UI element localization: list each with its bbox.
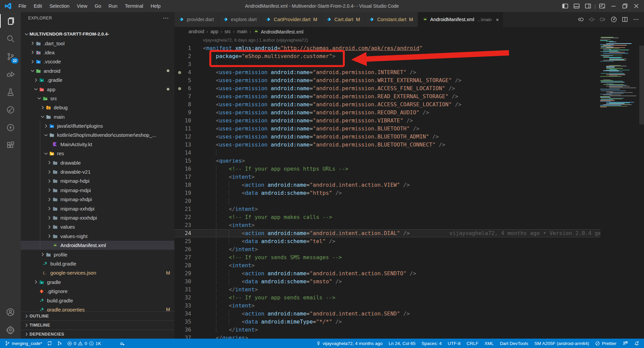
- code-text[interactable]: </queries>: [196, 334, 248, 339]
- tree-item[interactable]: .idea: [21, 48, 174, 57]
- code-text[interactable]: <!-- If your app opens https URLs -->: [196, 165, 348, 173]
- code-line[interactable]: 5 <uses-permission android:name="android…: [174, 76, 600, 84]
- device[interactable]: SM A205F (android-arm64): [534, 341, 589, 346]
- encoding[interactable]: UTF-8: [448, 341, 461, 346]
- menu-view[interactable]: View: [73, 0, 91, 12]
- activity-thunder-client[interactable]: [0, 119, 21, 136]
- layout-panel-button[interactable]: [571, 1, 582, 11]
- menu-run[interactable]: Run: [105, 0, 121, 12]
- code-text[interactable]: [196, 197, 242, 205]
- code-line[interactable]: 34 <action android:name="android.intent.…: [174, 310, 600, 318]
- tree-item[interactable]: mipmap-xxxhdpi: [21, 213, 174, 222]
- current-change-button[interactable]: [588, 16, 595, 23]
- indentation[interactable]: Spaces: 4: [422, 341, 442, 346]
- feedback[interactable]: [623, 341, 628, 346]
- code-text[interactable]: <uses-permission android:name="android.p…: [196, 68, 416, 76]
- code-line[interactable]: 28 <intent>: [174, 262, 600, 270]
- code-line[interactable]: 15 <queries>: [174, 157, 600, 165]
- sync[interactable]: [47, 341, 52, 346]
- menu-file[interactable]: File: [15, 0, 30, 12]
- code-line[interactable]: 12 <uses-permission android:name="androi…: [174, 133, 600, 141]
- git-blame[interactable]: vijayvaghela72, 4 months ago: [316, 341, 383, 346]
- code-text[interactable]: <uses-permission android:name="android.p…: [196, 76, 462, 84]
- tree-item[interactable]: drawable: [21, 158, 174, 167]
- minimize-button[interactable]: [608, 1, 619, 11]
- menu-terminal[interactable]: Terminal: [121, 0, 147, 12]
- notifications[interactable]: [634, 341, 639, 346]
- code-text[interactable]: <uses-permission android:name="android.p…: [196, 93, 458, 101]
- code-text[interactable]: <uses-permission android:name="android.p…: [196, 125, 419, 133]
- code-line[interactable]: 33 <intent>: [174, 302, 600, 310]
- tab-cartprovider.dart[interactable]: CartProvider.dartM: [261, 12, 322, 27]
- code-line[interactable]: 21 </intent>: [174, 205, 600, 213]
- tree-item[interactable]: build.gradle: [21, 296, 174, 305]
- code-text[interactable]: <uses-permission android:name="android.p…: [196, 141, 445, 149]
- code-line[interactable]: 3: [174, 60, 600, 68]
- code-line[interactable]: 6 <uses-permission android:name="android…: [174, 84, 600, 93]
- more-actions-button[interactable]: [633, 16, 639, 23]
- tree-item[interactable]: kotlin\eShop\multivendor\customer\eshop_…: [21, 130, 174, 139]
- section-dependencies[interactable]: DEPENDENCIES: [21, 330, 174, 339]
- tree-root-folder[interactable]: MULTIVENDOR-STARTT-FROM-2.0.4-: [21, 30, 174, 39]
- editor-scrollbar[interactable]: [639, 46, 644, 124]
- tree-item[interactable]: drawable-v21: [21, 167, 174, 176]
- tree-item[interactable]: .gitignore: [21, 287, 174, 296]
- code-line[interactable]: 8 <uses-permission android:name="android…: [174, 101, 600, 109]
- code-text[interactable]: <action android:name="android.intent.act…: [196, 230, 600, 237]
- code-line[interactable]: 36 </intent>: [174, 326, 600, 334]
- tree-item[interactable]: gradle.propertiesM: [21, 305, 174, 311]
- code-text[interactable]: <uses-permission android:name="android.p…: [196, 109, 429, 117]
- git-branch[interactable]: merging_code*: [5, 341, 42, 346]
- code-line[interactable]: 37 </queries>: [174, 334, 600, 339]
- views-more-icon[interactable]: ⋯: [163, 14, 169, 22]
- code-line[interactable]: 24 <action android:name="android.intent.…: [174, 229, 600, 237]
- activity-source-control[interactable]: 22: [0, 48, 21, 65]
- timeline-button[interactable]: [610, 16, 617, 23]
- code-text[interactable]: <uses-permission android:name="android.p…: [196, 101, 462, 109]
- code-line[interactable]: 10 <uses-permission android:name="androi…: [174, 117, 600, 125]
- tab-constant.dart[interactable]: Constant.dartM: [365, 12, 418, 27]
- tree-item[interactable]: mipmap-xhdpi: [21, 195, 174, 204]
- code-line[interactable]: 22 <!-- If your app makes calls -->: [174, 213, 600, 221]
- minimap[interactable]: [600, 37, 639, 107]
- code-line[interactable]: 7 <uses-permission android:name="android…: [174, 93, 600, 101]
- code-text[interactable]: </intent>: [196, 286, 258, 294]
- next-change-button[interactable]: [599, 16, 606, 23]
- tree-item[interactable]: gradle: [21, 278, 174, 287]
- tree-item[interactable]: res: [21, 149, 174, 158]
- tree-item[interactable]: profile: [21, 250, 174, 259]
- code-text[interactable]: <action android:name="android.intent.act…: [196, 270, 416, 278]
- code-text[interactable]: <uses-permission android:name="android.p…: [196, 133, 439, 141]
- menu-go[interactable]: Go: [91, 0, 105, 12]
- code-line[interactable]: 16 <!-- If your app opens https URLs -->: [174, 165, 600, 173]
- code-text[interactable]: <data android:scheme="tel" />: [196, 237, 335, 245]
- layout-sidebar-left-button[interactable]: [559, 1, 571, 11]
- code-line[interactable]: 32 <!-- If your app sends emails -->: [174, 294, 600, 302]
- layout-sidebar-right-button[interactable]: [582, 1, 594, 11]
- code-text[interactable]: </intent>: [196, 205, 258, 213]
- code-line[interactable]: 14: [174, 149, 600, 157]
- tree-item[interactable]: AndroidManifest.xml: [21, 241, 174, 250]
- tree-item[interactable]: mipmap-mdpi: [21, 186, 174, 195]
- code-text[interactable]: <!-- If your sends SMS messages -->: [196, 253, 342, 262]
- breadcrumb-item[interactable]: app: [210, 29, 218, 34]
- tree-item[interactable]: java\io\flutter\plugins: [21, 121, 174, 130]
- tree-item[interactable]: {..}google-services.jsonM: [21, 268, 174, 277]
- dart-devtools[interactable]: Dart DevTools: [500, 341, 528, 346]
- code-line[interactable]: 18 <action android:name="android.intent.…: [174, 181, 600, 189]
- code-line[interactable]: 25 <data android:scheme="tel" />: [174, 237, 600, 245]
- code-text[interactable]: <intent>: [196, 221, 255, 229]
- tree-item[interactable]: values-night: [21, 232, 174, 241]
- activity-explorer[interactable]: [0, 12, 21, 30]
- code-line[interactable]: 29 <action android:name="android.intent.…: [174, 270, 600, 278]
- code-text[interactable]: package="eShop.multivendor.customer">: [196, 52, 335, 60]
- activity-devtools[interactable]: [0, 101, 21, 119]
- activity-search[interactable]: [0, 30, 21, 48]
- menu-selection[interactable]: Selection: [46, 0, 73, 12]
- tree-item[interactable]: app: [21, 84, 174, 94]
- tree-item[interactable]: build.gradle: [21, 259, 174, 268]
- menu-edit[interactable]: Edit: [30, 0, 46, 12]
- debug-launch[interactable]: [120, 341, 125, 346]
- tab-cart.dart[interactable]: Cart.dartM: [322, 12, 365, 27]
- code-line[interactable]: 2 package="eShop.multivendor.customer">: [174, 52, 600, 60]
